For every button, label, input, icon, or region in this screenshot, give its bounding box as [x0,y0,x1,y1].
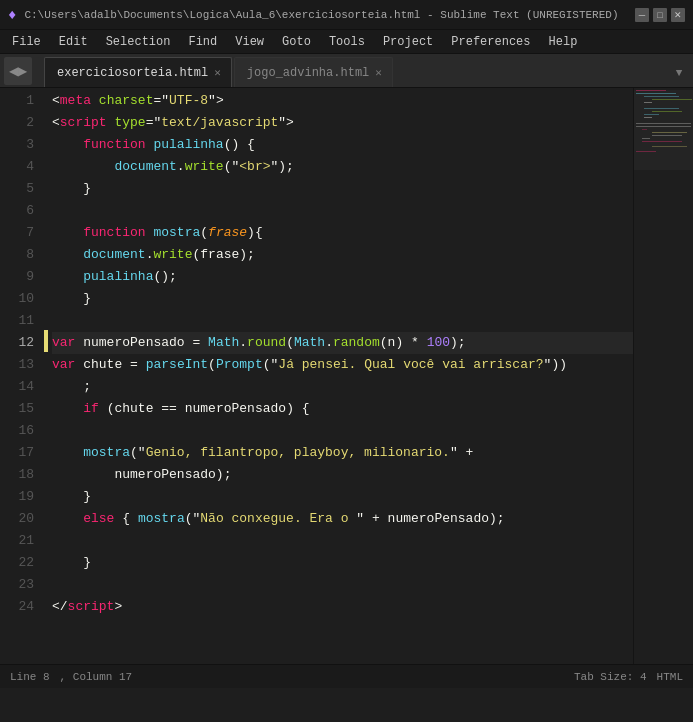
linenum-15: 15 [0,398,34,420]
tabs-overflow-button[interactable]: ▼ [669,59,689,87]
linenum-3: 3 [0,134,34,156]
title-text: C:\Users\adalb\Documents\Logica\Aula_6\e… [24,9,627,21]
code-line-6 [52,200,633,222]
code-line-7: function mostra(frase){ [52,222,633,244]
linenum-7: 7 [0,222,34,244]
toolbar-tabs-row: ◀▶ exerciciosorteia.html ✕ jogo_advinha.… [0,54,693,88]
code-line-19: } [52,486,633,508]
minimap-svg [634,88,693,664]
app-icon: ♦ [8,7,16,23]
code-line-5: } [52,178,633,200]
tabs-bar: exerciciosorteia.html ✕ jogo_advinha.htm… [40,54,693,88]
linenum-16: 16 [0,420,34,442]
linenum-19: 19 [0,486,34,508]
code-line-4: document.write("<br>"); [52,156,633,178]
linenum-18: 18 [0,464,34,486]
code-area[interactable]: <meta charset="UTF-8"> <script type="tex… [48,88,633,664]
minimap [633,88,693,664]
menu-help[interactable]: Help [541,33,586,51]
linenum-23: 23 [0,574,34,596]
linenum-5: 5 [0,178,34,200]
code-line-8: document.write(frase); [52,244,633,266]
window-controls: ─ □ ✕ [635,8,685,22]
code-line-23 [52,574,633,596]
status-column: , Column 17 [60,671,133,683]
linenum-10: 10 [0,288,34,310]
code-line-24: </script> [52,596,633,618]
status-filetype[interactable]: HTML [657,671,683,683]
tab-label-1: exerciciosorteia.html [57,66,208,80]
code-line-3: function pulalinha() { [52,134,633,156]
code-line-10: } [52,288,633,310]
linenum-20: 20 [0,508,34,530]
sidebar-toggle-button[interactable]: ◀▶ [4,57,32,85]
code-line-22: } [52,552,633,574]
status-line: Line 8 [10,671,50,683]
code-line-14: ; [52,376,633,398]
linenum-9: 9 [0,266,34,288]
code-line-20: else { mostra("Não conxegue. Era o " + n… [52,508,633,530]
linenum-11: 11 [0,310,34,332]
tab-close-1[interactable]: ✕ [214,66,221,79]
menu-goto[interactable]: Goto [274,33,319,51]
code-line-15: if (chute == numeroPensado) { [52,398,633,420]
linenum-13: 13 [0,354,34,376]
menu-file[interactable]: File [4,33,49,51]
svg-rect-18 [634,90,693,170]
code-line-2: <script type="text/javascript"> [52,112,633,134]
linenum-8: 8 [0,244,34,266]
code-line-21 [52,530,633,552]
menu-project[interactable]: Project [375,33,441,51]
menu-tools[interactable]: Tools [321,33,373,51]
status-tabsize[interactable]: Tab Size: 4 [574,671,647,683]
linenum-21: 21 [0,530,34,552]
linenum-14: 14 [0,376,34,398]
code-line-12: var numeroPensado = Math.round(Math.rand… [52,332,633,354]
menu-selection[interactable]: Selection [98,33,179,51]
menu-preferences[interactable]: Preferences [443,33,538,51]
linenum-6: 6 [0,200,34,222]
editor: 1 2 3 4 5 6 7 8 9 10 11 12 13 14 15 16 1… [0,88,693,664]
code-line-16 [52,420,633,442]
code-line-18: numeroPensado); [52,464,633,486]
linenum-12: 12 [0,332,34,354]
menu-edit[interactable]: Edit [51,33,96,51]
toolbar: ◀▶ [0,54,40,87]
linenum-2: 2 [0,112,34,134]
linenum-4: 4 [0,156,34,178]
tab-exerciciosorteia[interactable]: exerciciosorteia.html ✕ [44,57,232,87]
linenum-22: 22 [0,552,34,574]
menu-find[interactable]: Find [180,33,225,51]
menu-view[interactable]: View [227,33,272,51]
maximize-button[interactable]: □ [653,8,667,22]
tab-jogo-advinha[interactable]: jogo_advinha.html ✕ [234,57,393,87]
menu-bar: File Edit Selection Find View Goto Tools… [0,30,693,54]
tab-label-2: jogo_advinha.html [247,66,369,80]
tab-close-2[interactable]: ✕ [375,66,382,79]
code-line-17: mostra("Genio, filantropo, playboy, mili… [52,442,633,464]
linenum-17: 17 [0,442,34,464]
close-button[interactable]: ✕ [671,8,685,22]
linenum-1: 1 [0,90,34,112]
code-line-13: var chute = parseInt(Prompt("Já pensei. … [52,354,633,376]
code-line-9: pulalinha(); [52,266,633,288]
minimize-button[interactable]: ─ [635,8,649,22]
code-line-1: <meta charset="UTF-8"> [52,90,633,112]
status-bar: Line 8 , Column 17 Tab Size: 4 HTML [0,664,693,688]
linenum-24: 24 [0,596,34,618]
line-numbers: 1 2 3 4 5 6 7 8 9 10 11 12 13 14 15 16 1… [0,88,44,664]
code-line-11 [52,310,633,332]
title-bar: ♦ C:\Users\adalb\Documents\Logica\Aula_6… [0,0,693,30]
